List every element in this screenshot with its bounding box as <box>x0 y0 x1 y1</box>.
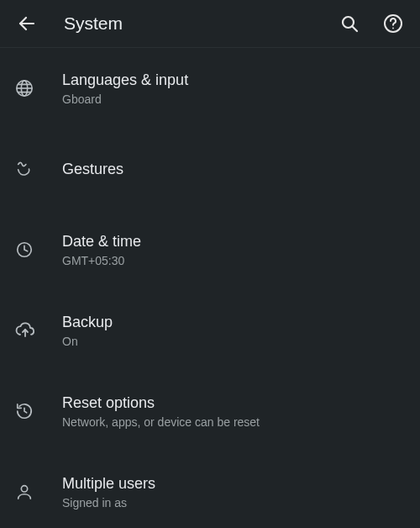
help-icon <box>383 13 403 34</box>
item-title: Backup <box>62 313 405 332</box>
item-title: Date & time <box>62 232 405 251</box>
person-icon <box>15 483 34 501</box>
back-button[interactable] <box>15 12 39 35</box>
item-subtitle: On <box>62 335 405 348</box>
item-title: Gestures <box>62 160 405 179</box>
search-icon <box>339 13 360 34</box>
help-button[interactable] <box>381 12 405 35</box>
svg-point-10 <box>21 486 27 492</box>
cloud-upload-icon <box>15 321 35 340</box>
appbar: System <box>0 0 420 48</box>
item-title: Languages & input <box>62 71 405 90</box>
list-item-languages[interactable]: Languages & input Gboard <box>0 48 420 129</box>
item-subtitle: Network, apps, or device can be reset <box>62 415 405 429</box>
page-title: System <box>64 13 338 34</box>
svg-line-2 <box>352 26 357 31</box>
svg-point-4 <box>392 28 394 29</box>
arrow-back-icon <box>17 13 37 34</box>
restore-icon <box>15 402 34 420</box>
gesture-icon <box>15 160 34 178</box>
item-subtitle: Gboard <box>62 92 405 106</box>
list-item-gestures[interactable]: Gestures <box>0 129 420 209</box>
list-item-backup[interactable]: Backup On <box>0 290 420 371</box>
settings-list: Languages & input Gboard Gestures Date &… <box>0 48 420 528</box>
list-item-datetime[interactable]: Date & time GMT+05:30 <box>0 209 420 290</box>
globe-icon <box>15 79 34 98</box>
item-title: Multiple users <box>62 474 405 494</box>
item-subtitle: Signed in as <box>62 496 405 510</box>
list-item-multiple-users[interactable]: Multiple users Signed in as <box>0 451 420 528</box>
clock-icon <box>15 240 34 259</box>
item-subtitle: GMT+05:30 <box>62 254 405 267</box>
search-button[interactable] <box>338 12 361 35</box>
item-title: Reset options <box>62 393 405 413</box>
list-item-reset[interactable]: Reset options Network, apps, or device c… <box>0 371 420 451</box>
